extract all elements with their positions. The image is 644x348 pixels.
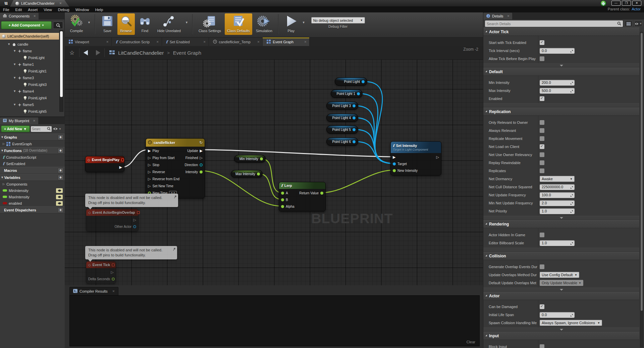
bp-item-enabled[interactable]: enabled bbox=[0, 200, 65, 206]
number-input[interactable]: 2.0 bbox=[540, 200, 575, 206]
tab-event-graph[interactable]: Event Graph✕ bbox=[263, 38, 310, 46]
tab-close-icon[interactable]: ✕ bbox=[59, 2, 62, 5]
details-section-rendering[interactable]: Rendering bbox=[483, 220, 639, 228]
select-dropdown[interactable]: Only Update Movable▼ bbox=[540, 280, 583, 286]
details-tab[interactable]: iDetails✕ bbox=[483, 13, 512, 19]
component-tree-item[interactable]: ▼candle bbox=[0, 41, 64, 48]
node-tooltip-tick[interactable]: This node is disabled and will not be ca… bbox=[85, 246, 177, 259]
component-search-button[interactable] bbox=[53, 21, 63, 29]
compile-button[interactable]: Compile bbox=[67, 12, 86, 36]
compile-dropdown-arrow[interactable]: ▼ bbox=[86, 21, 92, 24]
select-dropdown[interactable]: Always Spawn, Ignore Collisions▼ bbox=[540, 320, 602, 326]
select-dropdown[interactable]: Awake▼ bbox=[540, 176, 575, 182]
checkbox[interactable] bbox=[540, 344, 544, 348]
bp-item-minintensity[interactable]: MinIntensity bbox=[0, 187, 65, 194]
source-control-icon[interactable] bbox=[600, 0, 606, 6]
node-event-actorbeginoverlap[interactable]: ◇Event ActorBeginOverlap▷Other Actor bbox=[86, 209, 139, 232]
checkbox[interactable] bbox=[540, 56, 544, 61]
node-point-light[interactable]: Point Light bbox=[335, 78, 367, 86]
expand-arrow-icon[interactable] bbox=[560, 329, 563, 331]
select-dropdown[interactable]: Use Config Default▼ bbox=[540, 272, 579, 278]
bp-item-eventgraph[interactable]: ▷EventGraph bbox=[0, 141, 65, 147]
add-component-button[interactable]: + Add Component▼ bbox=[1, 21, 52, 29]
variable-eye-icon[interactable] bbox=[56, 201, 63, 206]
nav-forward-button[interactable] bbox=[96, 50, 100, 55]
simulation-button[interactable]: Simulation bbox=[254, 12, 275, 36]
details-section-replication[interactable]: Replication bbox=[483, 107, 639, 116]
add-icon[interactable]: + bbox=[58, 168, 63, 173]
add-icon[interactable]: + bbox=[58, 148, 63, 153]
save-button[interactable]: Save bbox=[99, 12, 116, 36]
components-scrollbar[interactable] bbox=[59, 30, 63, 112]
checkbox[interactable] bbox=[540, 233, 544, 237]
node-point-light-3[interactable]: Point Light 3 bbox=[326, 102, 358, 110]
my-blueprint-search[interactable]: Searc bbox=[31, 126, 52, 132]
hide-unrelated-button[interactable]: Hide Unrelated bbox=[155, 12, 183, 36]
bp-item-components[interactable]: ▷Components bbox=[0, 181, 65, 187]
details-search-input[interactable]: Search Details bbox=[485, 20, 623, 27]
find-button[interactable]: Find bbox=[136, 12, 154, 36]
number-input[interactable]: 200.0 bbox=[540, 80, 575, 86]
number-input[interactable]: 500.0 bbox=[540, 88, 575, 94]
menu-debug[interactable]: Debug bbox=[55, 8, 72, 12]
details-section-default[interactable]: Default bbox=[483, 67, 639, 76]
visibility-filter-button[interactable]: ▼ bbox=[53, 128, 61, 131]
play-button[interactable]: Play bbox=[282, 12, 300, 36]
checkbox[interactable] bbox=[540, 144, 544, 149]
variable-eye-icon[interactable] bbox=[56, 188, 63, 193]
details-section-input[interactable]: Input bbox=[483, 332, 639, 340]
number-input[interactable]: 0.0 bbox=[540, 48, 575, 54]
breadcrumb-asset[interactable]: LitCandleChandelier bbox=[118, 50, 164, 56]
menu-edit[interactable]: Edit bbox=[12, 8, 25, 12]
node-set-intensity[interactable]: fSet IntensityTarget is Light Component▶… bbox=[390, 141, 441, 176]
parent-class-link[interactable]: Actor bbox=[632, 7, 641, 11]
checkbox[interactable] bbox=[540, 136, 544, 141]
display-filter-button[interactable] bbox=[625, 20, 633, 27]
number-input[interactable]: 1.0 bbox=[540, 208, 575, 214]
play-dropdown-arrow[interactable]: ▼ bbox=[301, 21, 307, 24]
class-settings-button[interactable]: Class Settings bbox=[196, 12, 223, 36]
node-max-intensity[interactable]: Max Intensity bbox=[231, 170, 263, 178]
tab-set-enabled[interactable]: fSet Enabled✕ bbox=[162, 38, 209, 46]
debug-object-select[interactable]: No debug object selected▼ bbox=[311, 17, 365, 23]
tab-construction-scrip[interactable]: fConstruction Scrip✕ bbox=[112, 38, 162, 46]
bp-item-constructionscript[interactable]: fConstructionScript bbox=[0, 154, 65, 160]
clear-button[interactable]: Clear bbox=[467, 340, 475, 344]
node-tooltip-overlap[interactable]: This node is disabled and will not be ca… bbox=[85, 194, 178, 207]
details-scrollbar[interactable] bbox=[640, 32, 643, 347]
component-tree-item[interactable]: PointLight5 bbox=[0, 108, 64, 115]
menu-asset[interactable]: Asset bbox=[25, 8, 41, 12]
tab-candleflicker-temp[interactable]: candleflicker_Temp✕ bbox=[209, 38, 263, 46]
expand-arrow-icon[interactable] bbox=[560, 217, 563, 219]
hide-unrelated-dropdown-arrow[interactable]: ▼ bbox=[184, 21, 190, 24]
component-tree-item[interactable]: ▼flame5 bbox=[0, 101, 64, 108]
checkbox[interactable] bbox=[540, 168, 544, 173]
number-input[interactable]: 100.0 bbox=[540, 192, 575, 198]
favorite-star-icon[interactable]: ☆ bbox=[65, 49, 79, 56]
expand-arrow-icon[interactable] bbox=[560, 65, 563, 66]
checkbox[interactable] bbox=[540, 128, 544, 133]
number-input[interactable]: 1.0 bbox=[540, 240, 575, 246]
node-point-light-4[interactable]: Point Light 4 bbox=[326, 114, 358, 122]
view-options-button[interactable]: ▼ bbox=[634, 20, 642, 27]
browse-button[interactable]: Browse bbox=[117, 13, 135, 35]
menu-view[interactable]: View bbox=[41, 8, 55, 12]
bp-section-variables[interactable]: ▼Variables+ bbox=[0, 174, 65, 181]
node-point-light-6[interactable]: Point Light 6 bbox=[326, 138, 358, 146]
minimize-button[interactable]: — bbox=[611, 1, 621, 6]
component-tree-item[interactable]: ▼flame3 bbox=[0, 74, 64, 81]
asset-window-tab[interactable]: LitCandleChandelier ✕ bbox=[10, 0, 69, 7]
details-section-actor[interactable]: Actor bbox=[483, 292, 639, 300]
compiler-results-tab[interactable]: Compiler Results✕ bbox=[69, 287, 118, 295]
checkbox[interactable] bbox=[540, 264, 544, 269]
nav-back-button[interactable] bbox=[84, 50, 88, 55]
number-input[interactable]: 0.0 bbox=[540, 312, 575, 318]
checkbox[interactable] bbox=[540, 120, 544, 125]
menu-window[interactable]: Window bbox=[72, 8, 92, 12]
add-icon[interactable]: + bbox=[58, 175, 63, 180]
bp-section-functions[interactable]: ▼Functions(18 Overridable)+ bbox=[0, 147, 65, 154]
node-candleflicker[interactable]: candleflicker↻▶PlayUpdate▶▷Play from Sta… bbox=[146, 138, 205, 198]
details-section-collision[interactable]: Collision bbox=[483, 252, 639, 260]
component-tree-item[interactable]: ▼flame1 bbox=[0, 61, 64, 68]
menu-file[interactable]: File bbox=[0, 8, 12, 12]
